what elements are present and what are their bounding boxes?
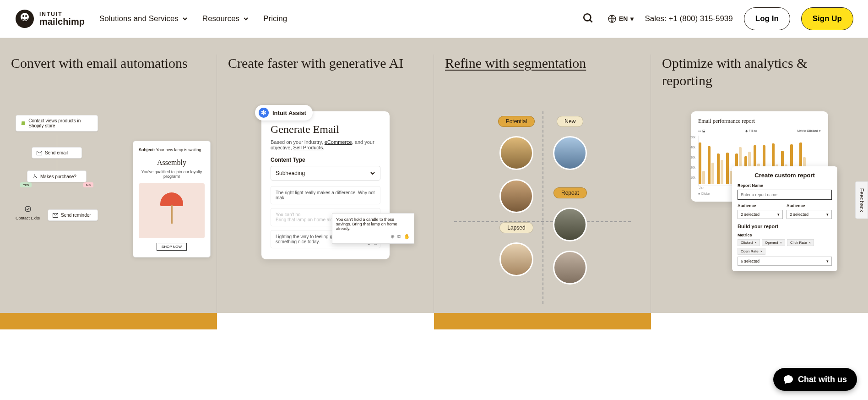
content-type-label: Content Type (271, 157, 380, 163)
sales-phone[interactable]: Sales: +1 (800) 315-5939 (645, 14, 732, 23)
main-nav: Solutions and Services Resources Pricing (99, 14, 287, 23)
search-button[interactable] (580, 10, 597, 28)
audience-label: Audience (738, 203, 783, 208)
feature-card-ai[interactable]: Create faster with generative AI ✻ Intui… (217, 55, 434, 313)
metric-chip: Open Rate× (738, 248, 765, 255)
caret-down-icon: ▾ (630, 15, 634, 22)
mailchimp-logo-icon (15, 9, 35, 29)
product-email-preview: Subject: Your new lamp is waiting Assemb… (133, 141, 211, 258)
segment-new: New (557, 116, 583, 127)
feature-title-analytics: Optimize with analytics & reporting (662, 55, 857, 91)
chevron-down-icon (182, 16, 188, 22)
feedback-tab[interactable]: Feedback (855, 181, 868, 219)
avatar (499, 179, 533, 213)
product-image (139, 183, 205, 238)
report-panel: Email performance report ▭ ⬓ ◆ Fill co M… (691, 111, 828, 202)
exit-icon (25, 206, 31, 212)
feature-card-segmentation[interactable]: Refine with segmentation Potential Lapse… (434, 55, 651, 313)
content-type-select: Subheading (271, 166, 380, 181)
metric-chip: Clicked× (738, 239, 760, 246)
branch-icon (32, 174, 38, 179)
product-message: You've qualified to join our loyalty pro… (139, 170, 205, 179)
audience-select-a: 2 selected▾ (738, 210, 783, 219)
segment-lapsed: Lapsed (499, 222, 533, 233)
flow-node-decision: Makes purchase? (27, 170, 87, 182)
nav-solutions-label: Solutions and Services (99, 14, 179, 23)
svg-point-4 (584, 14, 591, 21)
flow-branch-no: No (83, 182, 93, 187)
feature-card-analytics[interactable]: Optimize with analytics & reporting Emai… (651, 55, 868, 313)
report-title: Email performance report (698, 118, 821, 125)
automation-illustration: Contact views products in Shopify store … (11, 111, 206, 295)
avatar (499, 242, 533, 276)
features-row: Convert with email automations Contact v… (0, 38, 868, 313)
login-button[interactable]: Log In (744, 7, 790, 30)
flow-node-send-email: Send email (32, 147, 82, 159)
assist-heading: Generate Email (271, 123, 380, 136)
chevron-down-icon (243, 16, 249, 22)
shopify-icon (21, 120, 26, 126)
svg-point-3 (25, 15, 27, 17)
suggestion-1: The right light really makes a differenc… (271, 186, 380, 204)
segment-repeat: Repeat (553, 187, 587, 198)
avatar (553, 136, 587, 170)
copy-icon: ⧉ (397, 234, 401, 240)
globe-icon (608, 15, 616, 23)
segment-potential: Potential (498, 116, 535, 127)
custom-report-heading: Create custom report (738, 172, 832, 179)
svg-point-8 (25, 206, 31, 212)
segmentation-illustration: Potential Lapsed New Repeat (445, 111, 640, 304)
email-icon (37, 151, 42, 155)
assist-tooltip: You can't hold a candle to these savings… (332, 213, 414, 244)
feature-title-segmentation: Refine with segmentation (445, 55, 640, 91)
nav-solutions[interactable]: Solutions and Services (99, 14, 188, 23)
avatar (553, 208, 587, 241)
email-icon (53, 213, 58, 218)
report-toolbar: ▭ ⬓ ◆ Fill co Metric Clicked ▾ (698, 129, 821, 133)
nav-resources-label: Resources (202, 14, 239, 23)
grab-icon: ✋ (404, 234, 410, 240)
svg-point-2 (22, 15, 24, 17)
flow-node-send-reminder: Send reminder (48, 209, 98, 221)
flow-node-trigger: Contact views products in Shopify store (16, 115, 98, 132)
report-name-label: Report Name (738, 183, 832, 188)
product-title: Assembly (139, 159, 205, 167)
language-label: EN (619, 15, 628, 22)
audience-label: Audience (787, 203, 832, 208)
feature-title-ai: Create faster with generative AI (228, 55, 423, 91)
svg-line-5 (590, 20, 592, 22)
logo-text: INTUIT mailchimp (39, 11, 85, 26)
assist-badge: ✻ Intuit Assist (255, 105, 313, 121)
build-report-label: Build your report (738, 224, 832, 229)
avatar (499, 136, 533, 170)
metrics-label: Metrics (738, 233, 832, 237)
metric-chip: Opened× (762, 239, 785, 246)
metrics-select: 6 selected▾ (738, 257, 832, 266)
sparkle-icon: ✻ (259, 108, 269, 118)
flow-exit-label: Contact Exits (16, 214, 40, 222)
intuit-assist-panel: ✻ Intuit Assist Generate Email Based on … (261, 111, 390, 259)
avatar (553, 251, 587, 285)
custom-report-modal: Create custom report Report Name Audienc… (732, 166, 837, 271)
add-icon: ⊕ (391, 234, 395, 240)
chevron-down-icon (370, 170, 375, 176)
flow-branch-yes: Yes (20, 182, 32, 187)
nav-resources[interactable]: Resources (202, 14, 249, 23)
assist-subtext: Based on your industry, eCommerce, and y… (271, 139, 380, 150)
search-icon (582, 12, 594, 24)
logo[interactable]: INTUIT mailchimp (15, 9, 85, 29)
signup-button[interactable]: Sign Up (801, 7, 853, 30)
bottom-accent-bar (0, 313, 868, 329)
nav-pricing[interactable]: Pricing (263, 14, 287, 23)
shop-now-button: SHOP NOW (157, 243, 187, 251)
feature-card-automations[interactable]: Convert with email automations Contact v… (0, 55, 217, 313)
report-name-input (738, 190, 832, 200)
metric-chip: Click Rate× (787, 239, 814, 246)
language-selector[interactable]: EN ▾ (608, 15, 634, 23)
feature-title-automations: Convert with email automations (11, 55, 206, 91)
site-header: INTUIT mailchimp Solutions and Services … (0, 0, 868, 38)
audience-select-b: 2 selected▾ (787, 210, 832, 219)
nav-pricing-label: Pricing (263, 14, 287, 23)
